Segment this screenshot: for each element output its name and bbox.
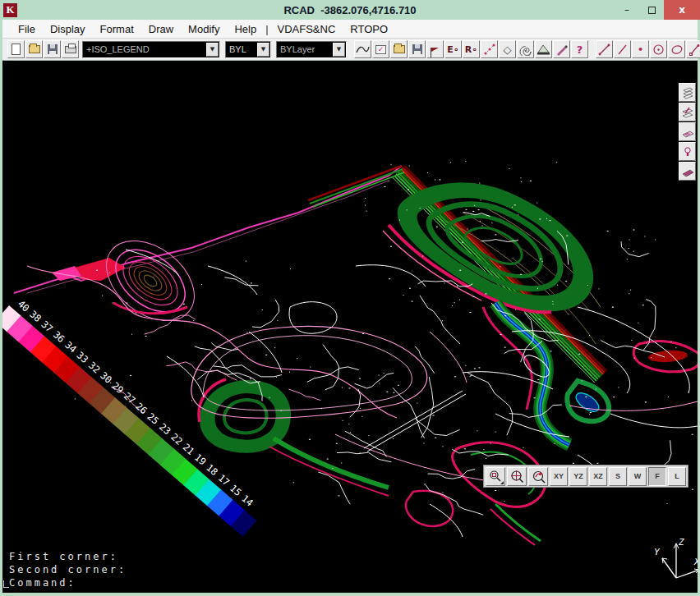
- save-drawing-button[interactable]: [408, 40, 426, 58]
- light-bulb-icon: [681, 145, 694, 158]
- view-button-xy[interactable]: XY: [550, 467, 568, 486]
- legend-label: 38: [27, 308, 44, 324]
- menu-vdafs-nc[interactable]: VDAFS&NC: [270, 21, 343, 37]
- surface-icon: [681, 126, 694, 139]
- axis-z-label: Z: [678, 537, 684, 548]
- save-icon: [412, 44, 422, 54]
- legend-label: 34: [62, 339, 79, 355]
- layer-combo-arrow-icon[interactable]: ▼: [206, 43, 219, 57]
- zoom-window-button[interactable]: [486, 467, 505, 486]
- menu-display[interactable]: Display: [43, 21, 93, 37]
- layers-edit-button[interactable]: [679, 103, 696, 121]
- curve-tool-button[interactable]: [354, 40, 371, 58]
- upper-valley-basin: [402, 186, 589, 307]
- dotted-line-tool-button[interactable]: [481, 40, 498, 58]
- window-border-left: [0, 61, 2, 593]
- linetype-combo[interactable]: BYLayer ▼: [276, 41, 347, 58]
- help-tool-button[interactable]: ?: [571, 40, 588, 58]
- flag-tool-button[interactable]: [426, 40, 444, 58]
- circle-tool-button[interactable]: [650, 40, 667, 58]
- spiral-tool-button[interactable]: [517, 40, 534, 58]
- minimize-button[interactable]: –: [615, 0, 639, 20]
- command-line-1: First corner:: [9, 550, 127, 563]
- menu-modify[interactable]: Modify: [181, 21, 227, 37]
- save-icon: [48, 44, 58, 54]
- layers-stack-button[interactable]: [679, 83, 696, 102]
- legend-label: 40: [16, 298, 32, 314]
- e-tool-icon: E∘: [447, 44, 458, 55]
- menu-draw[interactable]: Draw: [141, 21, 181, 37]
- image-check-icon: ✓: [375, 45, 386, 54]
- hatch-surface-button[interactable]: [679, 162, 696, 181]
- open-drawing-button[interactable]: [390, 40, 408, 58]
- image-check-button[interactable]: ✓: [372, 40, 389, 58]
- view-button-l[interactable]: L: [668, 467, 686, 486]
- linetype-combo-arrow-icon[interactable]: ▼: [333, 43, 345, 57]
- ucs-axis-triad: Z X Y: [652, 535, 698, 593]
- light-button[interactable]: [679, 142, 696, 161]
- toolbar: +ISO_LEGEND ▼ BYL ▼ BYLayer ▼ ✓ E∘ R∘ ◇ …: [2, 39, 698, 61]
- color-combo-arrow-icon[interactable]: ▼: [257, 43, 269, 57]
- legend-label: 14: [239, 493, 256, 509]
- entity-tool-button[interactable]: E∘: [444, 40, 462, 58]
- menu-separator: |: [264, 21, 269, 37]
- legend-label: 29: [110, 380, 127, 397]
- surface-button[interactable]: [679, 122, 696, 141]
- maximize-icon: [648, 7, 656, 14]
- pen-tool-button[interactable]: [553, 40, 570, 58]
- view-button-xz[interactable]: XZ: [589, 467, 607, 486]
- print-icon: [65, 46, 76, 53]
- layer-combo[interactable]: +ISO_LEGEND ▼: [82, 41, 220, 58]
- drawing-canvas[interactable]: 4038373634333230292726252322211918171514…: [2, 61, 698, 593]
- legend-label: 25: [145, 410, 162, 427]
- question-icon: ?: [577, 44, 583, 56]
- side-toolbar: [679, 83, 696, 181]
- menu-file[interactable]: File: [11, 21, 43, 37]
- area-icon: [537, 44, 550, 55]
- ellipse-icon: [670, 44, 684, 56]
- view-button-f[interactable]: F: [648, 467, 666, 486]
- diamond-icon: ◇: [504, 44, 512, 56]
- legend-label: 32: [86, 360, 103, 376]
- line-tool-button[interactable]: [596, 40, 613, 58]
- view-button-w[interactable]: W: [629, 467, 647, 486]
- diamond-tool-button[interactable]: ◇: [499, 40, 516, 58]
- menu-help[interactable]: Help: [227, 21, 264, 37]
- legend-label: 22: [168, 431, 185, 447]
- menu-bar: FileDisplayFormatDrawModifyHelp|VDAFS&NC…: [2, 20, 698, 39]
- print-button[interactable]: [62, 40, 79, 58]
- layers-edit-icon: [681, 106, 694, 119]
- legend-label: 23: [157, 421, 173, 438]
- zoom-extents-button[interactable]: [507, 467, 527, 486]
- maximize-button[interactable]: [639, 0, 664, 20]
- polyline-tool-button[interactable]: [686, 40, 700, 58]
- view-button-s[interactable]: S: [609, 467, 627, 486]
- close-button[interactable]: x: [664, 0, 700, 20]
- reference-tool-button[interactable]: R∘: [463, 40, 480, 58]
- window-title: RCAD -3862.076,4716.710: [0, 4, 700, 16]
- ellipse-tool-button[interactable]: [668, 40, 685, 58]
- color-combo-value: BYL: [226, 44, 257, 54]
- command-area[interactable]: First corner:Second corner:Command:: [9, 550, 127, 589]
- menu-format[interactable]: Format: [93, 21, 141, 37]
- point-tool-button[interactable]: •: [632, 40, 649, 58]
- menu-rtopo[interactable]: RTOPO: [343, 21, 395, 37]
- area-tool-button[interactable]: [535, 40, 552, 58]
- color-combo[interactable]: BYL ▼: [225, 41, 271, 58]
- line-icon: [598, 44, 610, 56]
- view-button-yz[interactable]: YZ: [569, 467, 587, 486]
- dotted-line-icon: [483, 43, 496, 56]
- axis-y-label: Y: [654, 547, 661, 557]
- segment-tool-button[interactable]: [614, 40, 631, 58]
- legend-label: 36: [51, 328, 67, 345]
- command-line-3[interactable]: Command:: [9, 576, 127, 589]
- layer-combo-value: +ISO_LEGEND: [83, 44, 206, 54]
- polyline-icon: [688, 44, 700, 56]
- open-file-button[interactable]: [25, 40, 43, 58]
- flyout-corner-icon: [500, 481, 504, 484]
- zoom-dynamic-button[interactable]: [528, 467, 548, 486]
- command-cursor: [3, 580, 9, 588]
- save-button[interactable]: [44, 40, 61, 58]
- legend-label: 26: [133, 401, 150, 417]
- new-file-button[interactable]: [7, 40, 25, 58]
